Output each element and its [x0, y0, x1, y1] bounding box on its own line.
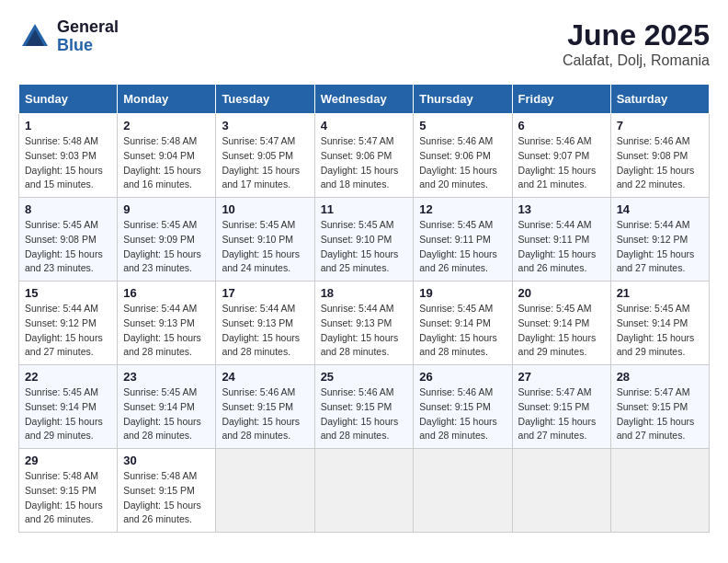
day-details: Sunrise: 5:45 AMSunset: 9:14 PMDaylight:…: [25, 385, 111, 443]
location-title: Calafat, Dolj, Romania: [563, 52, 710, 69]
calendar-cell: 3Sunrise: 5:47 AMSunset: 9:05 PMDaylight…: [216, 114, 314, 198]
day-details: Sunrise: 5:48 AMSunset: 9:15 PMDaylight:…: [25, 469, 111, 527]
calendar-cell: 22Sunrise: 5:45 AMSunset: 9:14 PMDayligh…: [19, 365, 118, 449]
calendar-cell: [216, 449, 314, 533]
day-number: 1: [25, 119, 111, 132]
weekday-header-thursday: Thursday: [414, 85, 512, 114]
weekday-header-monday: Monday: [118, 85, 216, 114]
day-number: 13: [518, 202, 605, 216]
day-number: 7: [617, 119, 703, 132]
calendar-cell: 15Sunrise: 5:44 AMSunset: 9:12 PMDayligh…: [19, 282, 118, 365]
calendar-cell: 21Sunrise: 5:45 AMSunset: 9:14 PMDayligh…: [610, 282, 709, 365]
day-number: 30: [123, 454, 210, 467]
calendar-cell: 20Sunrise: 5:45 AMSunset: 9:14 PMDayligh…: [512, 282, 610, 365]
header: General Blue June 2025 Calafat, Dolj, Ro…: [18, 18, 710, 69]
weekday-header-sunday: Sunday: [19, 85, 118, 114]
day-number: 6: [518, 119, 605, 132]
calendar-cell: 7Sunrise: 5:46 AMSunset: 9:08 PMDaylight…: [610, 114, 709, 198]
day-details: Sunrise: 5:45 AMSunset: 9:14 PMDaylight:…: [419, 302, 506, 360]
calendar-cell: 12Sunrise: 5:45 AMSunset: 9:11 PMDayligh…: [414, 198, 512, 282]
day-details: Sunrise: 5:45 AMSunset: 9:14 PMDaylight:…: [617, 302, 703, 360]
day-details: Sunrise: 5:47 AMSunset: 9:05 PMDaylight:…: [222, 134, 308, 192]
calendar-cell: 5Sunrise: 5:46 AMSunset: 9:06 PMDaylight…: [414, 114, 512, 198]
day-number: 12: [419, 202, 506, 216]
calendar-cell: 11Sunrise: 5:45 AMSunset: 9:10 PMDayligh…: [314, 198, 414, 282]
month-title: June 2025: [563, 18, 710, 52]
logo-text: General Blue: [57, 18, 119, 55]
day-details: Sunrise: 5:45 AMSunset: 9:08 PMDaylight:…: [25, 218, 111, 276]
day-number: 17: [222, 286, 308, 300]
day-details: Sunrise: 5:44 AMSunset: 9:12 PMDaylight:…: [25, 302, 111, 360]
week-row-3: 15Sunrise: 5:44 AMSunset: 9:12 PMDayligh…: [19, 282, 710, 365]
calendar-cell: [610, 449, 709, 533]
calendar-cell: 9Sunrise: 5:45 AMSunset: 9:09 PMDaylight…: [118, 198, 216, 282]
calendar-cell: 25Sunrise: 5:46 AMSunset: 9:15 PMDayligh…: [314, 365, 414, 449]
calendar-cell: 19Sunrise: 5:45 AMSunset: 9:14 PMDayligh…: [414, 282, 512, 365]
logo-general-text: General: [57, 18, 119, 37]
day-details: Sunrise: 5:44 AMSunset: 9:13 PMDaylight:…: [321, 302, 408, 360]
logo-icon: [18, 20, 51, 53]
day-number: 22: [25, 370, 111, 384]
week-row-2: 8Sunrise: 5:45 AMSunset: 9:08 PMDaylight…: [19, 198, 710, 282]
weekday-header-wednesday: Wednesday: [314, 85, 414, 114]
day-number: 14: [617, 202, 703, 216]
day-details: Sunrise: 5:45 AMSunset: 9:14 PMDaylight:…: [123, 385, 210, 443]
day-number: 8: [25, 202, 111, 216]
day-number: 15: [25, 286, 111, 300]
week-row-5: 29Sunrise: 5:48 AMSunset: 9:15 PMDayligh…: [19, 449, 710, 533]
calendar-cell: 2Sunrise: 5:48 AMSunset: 9:04 PMDaylight…: [118, 114, 216, 198]
week-row-4: 22Sunrise: 5:45 AMSunset: 9:14 PMDayligh…: [19, 365, 710, 449]
calendar-cell: 10Sunrise: 5:45 AMSunset: 9:10 PMDayligh…: [216, 198, 314, 282]
calendar-cell: [414, 449, 512, 533]
day-details: Sunrise: 5:48 AMSunset: 9:03 PMDaylight:…: [25, 134, 111, 192]
calendar-cell: 13Sunrise: 5:44 AMSunset: 9:11 PMDayligh…: [512, 198, 610, 282]
day-details: Sunrise: 5:44 AMSunset: 9:13 PMDaylight:…: [123, 302, 210, 360]
title-area: June 2025 Calafat, Dolj, Romania: [563, 18, 710, 69]
day-details: Sunrise: 5:46 AMSunset: 9:06 PMDaylight:…: [419, 134, 506, 192]
day-details: Sunrise: 5:45 AMSunset: 9:11 PMDaylight:…: [419, 218, 506, 276]
day-details: Sunrise: 5:46 AMSunset: 9:15 PMDaylight:…: [222, 385, 308, 443]
day-number: 21: [617, 286, 703, 300]
day-number: 3: [222, 119, 308, 132]
day-number: 28: [617, 370, 703, 384]
day-details: Sunrise: 5:44 AMSunset: 9:13 PMDaylight:…: [222, 302, 308, 360]
calendar-cell: 30Sunrise: 5:48 AMSunset: 9:15 PMDayligh…: [118, 449, 216, 533]
calendar-cell: 24Sunrise: 5:46 AMSunset: 9:15 PMDayligh…: [216, 365, 314, 449]
day-details: Sunrise: 5:47 AMSunset: 9:15 PMDaylight:…: [617, 385, 703, 443]
calendar-cell: 6Sunrise: 5:46 AMSunset: 9:07 PMDaylight…: [512, 114, 610, 198]
day-number: 19: [419, 286, 506, 300]
day-details: Sunrise: 5:48 AMSunset: 9:04 PMDaylight:…: [123, 134, 210, 192]
calendar-cell: 28Sunrise: 5:47 AMSunset: 9:15 PMDayligh…: [610, 365, 709, 449]
day-number: 4: [321, 119, 408, 132]
calendar-cell: 14Sunrise: 5:44 AMSunset: 9:12 PMDayligh…: [610, 198, 709, 282]
day-number: 20: [518, 286, 605, 300]
calendar-cell: 27Sunrise: 5:47 AMSunset: 9:15 PMDayligh…: [512, 365, 610, 449]
calendar-cell: 16Sunrise: 5:44 AMSunset: 9:13 PMDayligh…: [118, 282, 216, 365]
logo-blue-text: Blue: [57, 37, 119, 55]
logo: General Blue: [18, 18, 119, 55]
calendar-cell: [512, 449, 610, 533]
weekday-header-saturday: Saturday: [610, 85, 709, 114]
weekday-header-row: SundayMondayTuesdayWednesdayThursdayFrid…: [19, 85, 710, 114]
day-details: Sunrise: 5:44 AMSunset: 9:12 PMDaylight:…: [617, 218, 703, 276]
day-number: 29: [25, 454, 111, 467]
day-number: 24: [222, 370, 308, 384]
day-number: 23: [123, 370, 210, 384]
calendar-cell: 23Sunrise: 5:45 AMSunset: 9:14 PMDayligh…: [118, 365, 216, 449]
day-number: 5: [419, 119, 506, 132]
day-number: 11: [321, 202, 408, 216]
day-number: 27: [518, 370, 605, 384]
day-details: Sunrise: 5:48 AMSunset: 9:15 PMDaylight:…: [123, 469, 210, 527]
day-number: 2: [123, 119, 210, 132]
calendar-table: SundayMondayTuesdayWednesdayThursdayFrid…: [18, 84, 710, 533]
calendar-cell: 17Sunrise: 5:44 AMSunset: 9:13 PMDayligh…: [216, 282, 314, 365]
day-details: Sunrise: 5:46 AMSunset: 9:15 PMDaylight:…: [419, 385, 506, 443]
calendar-cell: 8Sunrise: 5:45 AMSunset: 9:08 PMDaylight…: [19, 198, 118, 282]
day-details: Sunrise: 5:44 AMSunset: 9:11 PMDaylight:…: [518, 218, 605, 276]
day-details: Sunrise: 5:47 AMSunset: 9:15 PMDaylight:…: [518, 385, 605, 443]
day-details: Sunrise: 5:45 AMSunset: 9:14 PMDaylight:…: [518, 302, 605, 360]
calendar-cell: 18Sunrise: 5:44 AMSunset: 9:13 PMDayligh…: [314, 282, 414, 365]
day-details: Sunrise: 5:46 AMSunset: 9:07 PMDaylight:…: [518, 134, 605, 192]
calendar-cell: 1Sunrise: 5:48 AMSunset: 9:03 PMDaylight…: [19, 114, 118, 198]
weekday-header-friday: Friday: [512, 85, 610, 114]
